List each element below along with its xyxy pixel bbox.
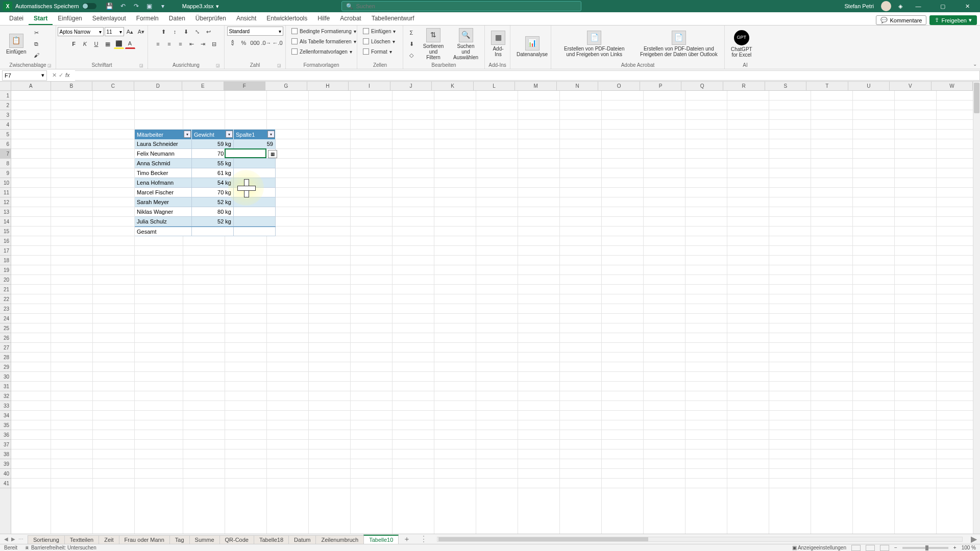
accessibility-status[interactable]: ⛯ Barrierefreiheit: Untersuchen bbox=[24, 545, 96, 550]
username[interactable]: Stefan Petri bbox=[845, 3, 874, 9]
save-icon[interactable]: 💾 bbox=[106, 2, 114, 10]
col-header-I[interactable]: I bbox=[349, 82, 390, 90]
menu-tab-hilfe[interactable]: Hilfe bbox=[312, 13, 335, 25]
vertical-scrollbar[interactable] bbox=[973, 82, 980, 534]
row-header-33[interactable]: 33 bbox=[0, 401, 11, 411]
col-header-T[interactable]: T bbox=[806, 82, 848, 90]
zoom-in-icon[interactable]: + bbox=[953, 545, 957, 550]
column-headers[interactable]: ABCDEFGHIJKLMNOPQRSTUVW bbox=[11, 82, 973, 91]
align-bottom-icon[interactable]: ⬇ bbox=[181, 27, 191, 37]
acrobat-create-link-button[interactable]: 📄Erstellen von PDF-Dateien und Freigeben… bbox=[554, 30, 634, 58]
col-header-O[interactable]: O bbox=[598, 82, 640, 90]
row-header-10[interactable]: 10 bbox=[0, 178, 11, 188]
row-header-38[interactable]: 38 bbox=[0, 449, 11, 459]
align-middle-icon[interactable]: ↕ bbox=[170, 27, 180, 37]
dialog-launcher-icon[interactable]: ◲ bbox=[277, 63, 281, 68]
select-all-corner[interactable] bbox=[0, 82, 11, 91]
table-cell[interactable]: Felix Neumann bbox=[135, 149, 192, 159]
share-button[interactable]: ⇪ Freigeben ▾ bbox=[929, 15, 977, 25]
increase-font-icon[interactable]: A▴ bbox=[125, 27, 135, 37]
row-header-20[interactable]: 20 bbox=[0, 275, 11, 285]
table-cell[interactable]: 59 kg bbox=[192, 139, 234, 149]
row-header-24[interactable]: 24 bbox=[0, 314, 11, 323]
row-header-14[interactable]: 14 bbox=[0, 217, 11, 227]
display-settings-button[interactable]: ▣ Anzeigeeinstellungen bbox=[792, 545, 846, 550]
fill-color-icon[interactable]: ⬛ bbox=[114, 39, 124, 49]
row-header-22[interactable]: 22 bbox=[0, 294, 11, 304]
scroll-right-icon[interactable]: ▶ bbox=[968, 534, 980, 544]
table-cell[interactable] bbox=[234, 197, 276, 207]
sheet-tab[interactable]: Textteilen bbox=[64, 535, 99, 544]
table-cell[interactable] bbox=[192, 227, 234, 236]
worksheet-grid[interactable]: ABCDEFGHIJKLMNOPQRSTUVW 1234567891011121… bbox=[0, 82, 980, 534]
table-cell[interactable]: 52 kg bbox=[192, 197, 234, 207]
row-header-16[interactable]: 16 bbox=[0, 236, 11, 246]
zoom-level[interactable]: 100 % bbox=[962, 545, 976, 550]
copy-icon[interactable]: ⧉ bbox=[31, 39, 41, 49]
align-center-icon[interactable]: ≡ bbox=[164, 39, 175, 49]
sheet-tab[interactable]: Summe bbox=[189, 535, 220, 544]
table-cell[interactable]: Niklas Wagner bbox=[135, 207, 192, 217]
table-header[interactable]: Mitarbeiter▾ bbox=[135, 130, 192, 139]
border-icon[interactable]: ▦ bbox=[103, 39, 113, 49]
normal-view-icon[interactable] bbox=[851, 545, 861, 551]
paste-button[interactable]: 📋Einfügen bbox=[3, 33, 29, 56]
col-header-K[interactable]: K bbox=[432, 82, 474, 90]
comma-icon[interactable]: 000 bbox=[250, 38, 260, 48]
col-header-U[interactable]: U bbox=[848, 82, 890, 90]
comments-button[interactable]: 💬 Kommentare bbox=[876, 15, 926, 25]
row-header-12[interactable]: 12 bbox=[0, 197, 11, 207]
delete-cells-button[interactable]: Löschen▾ bbox=[360, 37, 398, 46]
filter-dropdown-icon[interactable]: ▾ bbox=[184, 131, 191, 138]
menu-tab-formeln[interactable]: Formeln bbox=[131, 13, 164, 25]
row-header-25[interactable]: 25 bbox=[0, 323, 11, 333]
sheet-tab[interactable]: Frau oder Mann bbox=[119, 535, 170, 544]
clear-icon[interactable]: ◇ bbox=[406, 50, 416, 60]
row-header-8[interactable]: 8 bbox=[0, 159, 11, 168]
autosave-toggle[interactable]: Automatisches Speichern bbox=[15, 3, 96, 9]
row-header-41[interactable]: 41 bbox=[0, 479, 11, 488]
qat-more-icon[interactable]: ▾ bbox=[159, 2, 167, 10]
formula-input[interactable] bbox=[75, 70, 980, 81]
menu-tab-daten[interactable]: Daten bbox=[164, 13, 190, 25]
cut-icon[interactable]: ✂ bbox=[31, 28, 41, 38]
row-header-40[interactable]: 40 bbox=[0, 469, 11, 479]
table-row[interactable]: Marcel Fischer70 kg bbox=[135, 188, 276, 197]
merge-icon[interactable]: ⊟ bbox=[209, 39, 219, 49]
increase-indent-icon[interactable]: ⇥ bbox=[198, 39, 208, 49]
table-cell[interactable]: 61 kg bbox=[192, 168, 234, 178]
table-cell[interactable] bbox=[234, 178, 276, 188]
row-header-4[interactable]: 4 bbox=[0, 120, 11, 130]
table-cell[interactable]: Sarah Meyer bbox=[135, 197, 192, 207]
table-cell[interactable]: Laura Schneider bbox=[135, 139, 192, 149]
diamond-icon[interactable]: ◈ bbox=[898, 3, 902, 10]
table-cell[interactable]: Lena Hofmann bbox=[135, 178, 192, 188]
table-header[interactable]: Gewicht▾ bbox=[192, 130, 234, 139]
col-header-N[interactable]: N bbox=[557, 82, 599, 90]
fx-icon[interactable]: fx bbox=[65, 72, 70, 79]
toggle-switch[interactable] bbox=[82, 3, 96, 9]
row-header-17[interactable]: 17 bbox=[0, 246, 11, 256]
sheet-tab[interactable]: Tabelle10 bbox=[363, 535, 399, 544]
dialog-launcher-icon[interactable]: ◲ bbox=[216, 63, 220, 68]
sheet-nav-prev-icon[interactable]: ◀ bbox=[4, 536, 8, 542]
table-cell[interactable]: Marcel Fischer bbox=[135, 188, 192, 197]
currency-icon[interactable]: ₿ bbox=[228, 38, 238, 48]
data-analysis-button[interactable]: 📊Datenanalyse bbox=[513, 35, 551, 58]
decrease-font-icon[interactable]: A▾ bbox=[136, 27, 146, 37]
increase-decimal-icon[interactable]: .0→ bbox=[261, 38, 272, 48]
minimize-button[interactable]: — bbox=[910, 0, 927, 12]
row-header-11[interactable]: 11 bbox=[0, 188, 11, 197]
col-header-J[interactable]: J bbox=[390, 82, 432, 90]
bold-icon[interactable]: F bbox=[69, 39, 79, 49]
table-row[interactable]: Lena Hofmann54 kg bbox=[135, 178, 276, 188]
italic-icon[interactable]: K bbox=[80, 39, 90, 49]
menu-tab-datei[interactable]: Datei bbox=[4, 13, 29, 25]
avatar[interactable] bbox=[881, 1, 891, 11]
row-header-18[interactable]: 18 bbox=[0, 256, 11, 265]
decrease-decimal-icon[interactable]: ←.0 bbox=[273, 38, 283, 48]
undo-icon[interactable]: ↶ bbox=[119, 2, 127, 10]
col-header-A[interactable]: A bbox=[11, 82, 51, 90]
col-header-H[interactable]: H bbox=[307, 82, 349, 90]
sheet-tab[interactable]: Tabelle18 bbox=[254, 535, 289, 544]
